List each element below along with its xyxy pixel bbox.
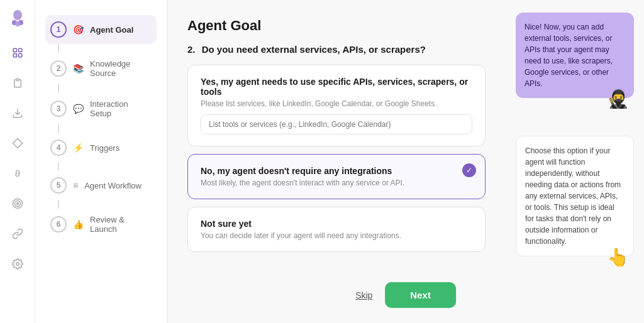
tip-bubble-2: Choose this option if your agent will fu… <box>516 136 634 256</box>
step-5-icon: ≡ <box>73 180 78 190</box>
sidebar-icon-home[interactable] <box>8 43 28 63</box>
step-5-number: 5 <box>50 177 67 194</box>
step-6-label: Review & Launch <box>90 215 152 234</box>
step-1-label: Agent Goal <box>90 25 133 35</box>
tip-1-text: Nice! Now, you can add external tools, s… <box>525 23 613 88</box>
svg-point-12 <box>16 263 19 266</box>
tools-input[interactable] <box>201 114 472 134</box>
svg-marker-8 <box>13 139 22 148</box>
tip-bubble-1: Nice! Now, you can add external tools, s… <box>516 13 634 98</box>
steps-panel: 1 🎯 Agent Goal 2 📚 Knowledge Source 3 💬 … <box>35 0 167 323</box>
option-no-integrations-card[interactable]: No, my agent doesn't require any integra… <box>187 154 486 199</box>
sidebar-icon-settings[interactable] <box>8 254 28 274</box>
skip-button[interactable]: Skip <box>355 290 372 300</box>
step-4-icon: ⚡ <box>73 143 84 153</box>
step-2-number: 2 <box>50 60 67 77</box>
sidebar <box>0 0 35 323</box>
sidebar-icon-muscle[interactable] <box>8 163 28 183</box>
step-2-icon: 📚 <box>73 63 84 74</box>
step-6-number: 6 <box>50 216 67 233</box>
question-number: 2. <box>187 44 196 55</box>
ninja-avatar-1: 🥷 <box>607 89 629 109</box>
ninja-avatar-2: 👆 <box>607 247 629 268</box>
option-no-integrations-title: No, my agent doesn't require any integra… <box>201 166 472 176</box>
tip-2-text: Choose this option if your agent will fu… <box>525 146 621 246</box>
sidebar-icon-list[interactable] <box>8 73 28 93</box>
step-1-number: 1 <box>50 21 67 38</box>
step-4-label: Triggers <box>90 143 119 153</box>
svg-point-11 <box>16 203 18 205</box>
step-4-number: 4 <box>50 140 67 156</box>
step-connector-1 <box>58 44 59 53</box>
bottom-bar: Skip Next <box>355 282 456 308</box>
step-connector-5 <box>58 200 59 209</box>
svg-rect-6 <box>13 54 16 57</box>
step-1[interactable]: 1 🎯 Agent Goal <box>45 15 157 44</box>
step-3-label: Interaction Setup <box>90 99 152 118</box>
page-title: Agent Goal <box>187 18 486 34</box>
option-not-sure-desc: You can decide later if your agent will … <box>201 231 472 240</box>
sidebar-icon-link[interactable] <box>8 224 28 244</box>
step-6-icon: 👍 <box>73 219 84 229</box>
right-panel: Nice! Now, you can add external tools, s… <box>506 0 644 323</box>
option-apis-title: Yes, my agent needs to use specific APIs… <box>201 77 472 97</box>
step-3[interactable]: 3 💬 Interaction Setup <box>45 93 157 124</box>
step-2-label: Knowledge Source <box>90 59 152 78</box>
step-1-icon: 🎯 <box>73 25 84 35</box>
step-2[interactable]: 2 📚 Knowledge Source <box>45 53 157 84</box>
sidebar-icon-download[interactable] <box>8 103 28 123</box>
svg-point-10 <box>14 201 20 207</box>
option-selected-check: ✓ <box>462 163 476 177</box>
option-no-integrations-desc: Most likely, the agent doesn't interact … <box>201 178 472 187</box>
question: 2. Do you need external services, APIs, … <box>187 44 486 55</box>
step-connector-2 <box>58 84 59 93</box>
main-wrapper: Agent Goal 2. Do you need external servi… <box>167 0 644 323</box>
app-logo <box>6 8 29 30</box>
option-not-sure-card[interactable]: Not sure yet You can decide later if you… <box>187 207 486 252</box>
step-connector-3 <box>58 124 59 133</box>
next-button[interactable]: Next <box>385 282 456 308</box>
step-6[interactable]: 6 👍 Review & Launch <box>45 209 157 240</box>
step-3-number: 3 <box>50 101 67 117</box>
svg-point-3 <box>15 21 20 26</box>
step-5-label: Agent Workflow <box>84 181 142 190</box>
svg-rect-7 <box>18 54 21 57</box>
main-content: Agent Goal 2. Do you need external servi… <box>167 0 506 323</box>
svg-rect-5 <box>18 48 21 52</box>
step-connector-4 <box>58 162 59 171</box>
step-3-icon: 💬 <box>73 104 84 114</box>
sidebar-icon-diamond[interactable] <box>8 133 28 153</box>
option-not-sure-title: Not sure yet <box>201 219 472 229</box>
step-5[interactable]: 5 ≡ Agent Workflow <box>45 171 157 200</box>
sidebar-icon-target[interactable] <box>8 194 28 214</box>
question-text: Do you need external services, APIs, or … <box>202 44 426 55</box>
svg-rect-4 <box>13 48 16 52</box>
svg-point-0 <box>13 10 22 20</box>
option-apis-desc: Please list services, like LinkedIn, Goo… <box>201 99 472 108</box>
step-4[interactable]: 4 ⚡ Triggers <box>45 133 157 162</box>
option-apis-card[interactable]: Yes, my agent needs to use specific APIs… <box>187 65 486 146</box>
